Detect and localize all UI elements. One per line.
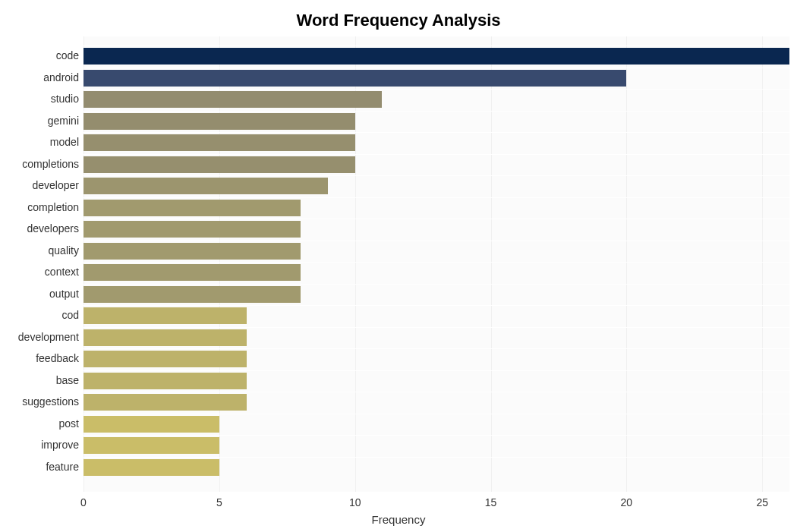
row-grid xyxy=(83,241,789,241)
bar-model xyxy=(83,134,355,151)
row-grid xyxy=(83,284,789,285)
bar-completion xyxy=(83,200,301,216)
x-tick-label: 10 xyxy=(340,496,370,508)
y-tick-label: post xyxy=(3,417,79,430)
row-grid xyxy=(83,89,789,90)
y-tick-label: improve xyxy=(3,439,79,451)
x-axis-label: Frequency xyxy=(0,513,797,526)
bar-cod xyxy=(83,307,247,324)
y-tick-label: development xyxy=(3,331,79,343)
y-tick-label: quality xyxy=(3,244,79,257)
y-tick-label: code xyxy=(3,49,79,61)
bar-quality xyxy=(83,243,301,260)
row-grid xyxy=(83,414,789,414)
y-tick-label: context xyxy=(3,266,79,278)
bar-developer xyxy=(83,178,328,194)
y-tick-label: developer xyxy=(3,179,79,191)
plot-area xyxy=(83,36,789,492)
row-grid xyxy=(83,175,789,176)
row-grid xyxy=(83,392,789,392)
row-grid xyxy=(83,111,789,112)
row-grid xyxy=(83,262,789,263)
x-tick-label: 5 xyxy=(204,496,235,508)
bar-code xyxy=(83,48,789,65)
y-tick-label: android xyxy=(3,71,79,83)
y-tick-label: feedback xyxy=(3,352,79,364)
y-tick-label: developers xyxy=(3,222,79,235)
bar-gemini xyxy=(83,113,355,130)
row-grid xyxy=(83,132,789,133)
row-grid xyxy=(83,327,789,328)
bar-feature xyxy=(83,459,219,476)
y-tick-label: feature xyxy=(3,461,79,473)
bar-context xyxy=(83,264,301,281)
gridline xyxy=(491,36,492,492)
y-tick-label: suggestions xyxy=(3,395,79,408)
bar-development xyxy=(83,329,247,346)
bar-android xyxy=(83,70,626,87)
x-tick-label: 25 xyxy=(747,496,777,508)
y-tick-label: base xyxy=(3,374,79,386)
bar-studio xyxy=(83,91,382,108)
bar-completions xyxy=(83,156,355,173)
row-grid xyxy=(83,197,789,198)
chart-container: Word Frequency Analysis codeandroidstudi… xyxy=(0,0,797,532)
row-grid xyxy=(83,46,789,46)
bar-developers xyxy=(83,221,301,238)
y-tick-label: cod xyxy=(3,309,79,321)
y-tick-label: gemini xyxy=(3,115,79,127)
y-tick-label: completions xyxy=(3,158,79,170)
chart-title: Word Frequency Analysis xyxy=(0,0,797,30)
x-tick-label: 15 xyxy=(476,496,506,508)
bar-output xyxy=(83,286,301,303)
y-tick-label: output xyxy=(3,288,79,300)
row-grid xyxy=(83,305,789,306)
gridline xyxy=(626,36,627,492)
row-grid xyxy=(83,457,789,458)
y-tick-label: completion xyxy=(3,201,79,213)
bar-improve xyxy=(83,437,219,454)
x-tick-label: 20 xyxy=(611,496,641,508)
row-grid xyxy=(83,154,789,155)
x-tick-label: 0 xyxy=(68,496,99,508)
row-grid xyxy=(83,68,789,68)
row-grid xyxy=(83,219,789,219)
bar-feedback xyxy=(83,351,247,367)
row-grid xyxy=(83,348,789,349)
row-grid xyxy=(83,370,789,371)
y-tick-label: studio xyxy=(3,93,79,105)
bar-base xyxy=(83,373,247,389)
gridline xyxy=(762,36,763,492)
y-tick-label: model xyxy=(3,136,79,148)
bar-suggestions xyxy=(83,394,247,411)
row-grid xyxy=(83,435,789,436)
bar-post xyxy=(83,416,219,433)
